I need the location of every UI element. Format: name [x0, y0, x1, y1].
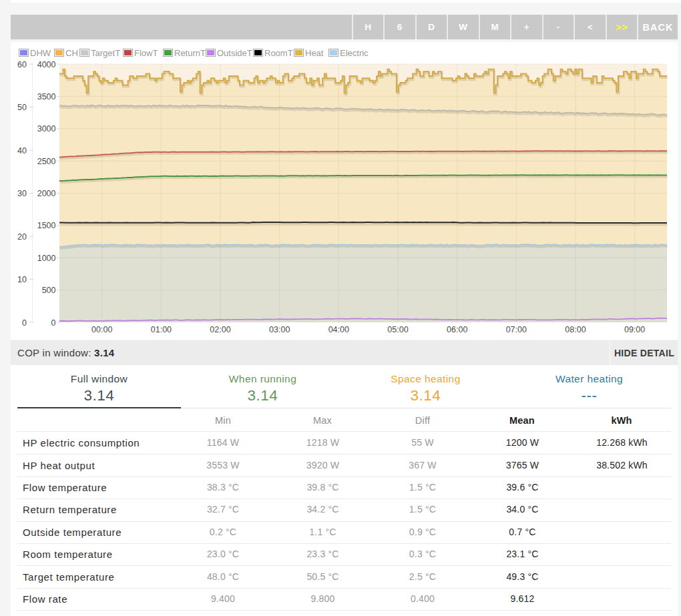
svg-text:3000: 3000 [37, 124, 56, 133]
svg-text:500: 500 [42, 286, 56, 295]
svg-text:0: 0 [51, 318, 56, 328]
svg-text:06:00: 06:00 [447, 325, 467, 334]
svg-text:05:00: 05:00 [387, 325, 408, 334]
svg-text:02:00: 02:00 [210, 325, 230, 334]
svg-text:07:00: 07:00 [506, 325, 527, 334]
svg-text:03:00: 03:00 [269, 325, 290, 334]
svg-text:00:00: 00:00 [91, 325, 112, 334]
svg-text:10: 10 [17, 275, 27, 284]
svg-text:60: 60 [17, 60, 27, 69]
svg-text:4000: 4000 [37, 60, 56, 69]
svg-text:2500: 2500 [37, 157, 56, 166]
svg-text:1500: 1500 [37, 221, 56, 230]
svg-text:3500: 3500 [37, 92, 56, 101]
svg-text:50: 50 [17, 103, 27, 112]
svg-text:04:00: 04:00 [328, 325, 349, 334]
svg-text:20: 20 [17, 232, 27, 242]
svg-text:40: 40 [17, 146, 27, 156]
svg-text:01:00: 01:00 [151, 325, 172, 334]
svg-text:0: 0 [22, 318, 27, 328]
svg-text:09:00: 09:00 [624, 325, 645, 334]
svg-text:1000: 1000 [37, 254, 56, 263]
svg-text:30: 30 [17, 189, 27, 198]
svg-text:2000: 2000 [37, 189, 56, 198]
svg-text:08:00: 08:00 [565, 325, 586, 334]
